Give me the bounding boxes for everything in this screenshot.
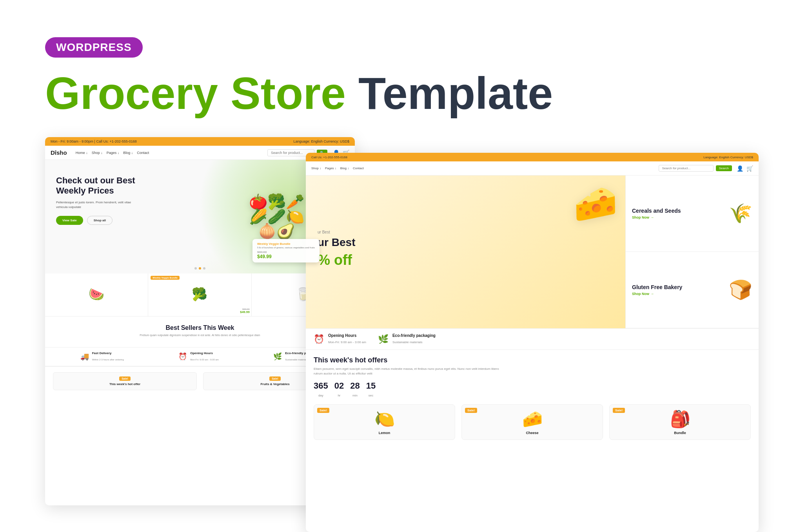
bakery-card[interactable]: Gluten Free Bakery Shop Now → 🍞 bbox=[626, 252, 759, 328]
hero-title: Check out our BestWeekly Prices bbox=[56, 176, 135, 196]
opening-hours-sub: Mon-Fri: 9.00 am - 9.00 am bbox=[190, 358, 219, 361]
r-feature-eco: 🌿 Eco-friendly packaging Sustainable mat… bbox=[378, 333, 436, 345]
veggies-new-price: $49.99 bbox=[240, 310, 249, 314]
eco-packaging-sub: Sustainable materials bbox=[285, 358, 307, 361]
dot-1[interactable] bbox=[194, 267, 197, 270]
cereals-card[interactable]: Cereals and Seeds Shop Now → 🌾 bbox=[626, 176, 759, 252]
bakery-emoji: 🍞 bbox=[729, 279, 752, 301]
main-heading: Grocery Store Template bbox=[45, 69, 553, 118]
left-topbar: Mon - Fri: 9:00am - 9:00pm | Call Us: +1… bbox=[45, 137, 355, 146]
view-sale-button[interactable]: View Sale bbox=[56, 216, 83, 225]
fast-delivery-sub: Within 2-3 hours after ordering bbox=[92, 358, 124, 361]
nav-contact[interactable]: Contact bbox=[137, 151, 149, 155]
r-product-1-title: Lemon bbox=[319, 431, 450, 435]
watermelon-emoji: 🍉 bbox=[89, 287, 104, 302]
r-nav-shop[interactable]: Shop ↓ bbox=[311, 166, 321, 170]
right-hero-area: ur Best ur Best % off 🧀 Cereals and Seed… bbox=[306, 176, 759, 328]
r-nav-pages[interactable]: Pages ↓ bbox=[325, 166, 336, 170]
right-topbar-right: Language: English Currency: USD$ bbox=[703, 156, 753, 159]
cereals-emoji: 🌾 bbox=[729, 203, 752, 224]
r-eco-sub: Sustainable materials bbox=[392, 340, 422, 344]
r-user-icon[interactable]: 👤 bbox=[737, 165, 743, 172]
dot-2[interactable] bbox=[199, 267, 201, 270]
heading-dark: Template bbox=[358, 68, 553, 118]
r-eco-title: Eco-friendly packaging bbox=[392, 333, 436, 338]
right-search: Search bbox=[659, 165, 732, 172]
r-product-2-emoji: 🧀 bbox=[467, 409, 598, 429]
price-old: $80.00 bbox=[257, 250, 315, 254]
best-sellers-title: Best Sellers This Week bbox=[53, 324, 347, 331]
veggies-badge: Weekly Veggie Bundle bbox=[151, 276, 180, 280]
countdown-hr: 02 hr bbox=[334, 381, 344, 398]
cereals-card-text: Cereals and Seeds Shop Now → bbox=[632, 208, 681, 220]
price-new: $49.99 bbox=[257, 254, 315, 259]
countdown-hr-num: 02 bbox=[334, 381, 344, 391]
bakery-shop-now[interactable]: Shop Now → bbox=[632, 292, 682, 296]
hot-offer-1[interactable]: Sale! This week's hot offer bbox=[53, 372, 197, 390]
opening-hours-icon: ⏰ bbox=[178, 352, 187, 361]
nav-pages[interactable]: Pages ↓ bbox=[107, 151, 120, 155]
nav-shop[interactable]: Shop ↓ bbox=[92, 151, 103, 155]
r-product-3-badge: Sale! bbox=[613, 408, 625, 413]
hot-offer-1-label: This week's hot offer bbox=[57, 382, 192, 386]
right-nav-links: Shop ↓ Pages ↓ Blog ↓ Contact bbox=[311, 166, 364, 170]
cheese-emoji: 🧀 bbox=[574, 183, 617, 224]
r-opening-sub: Mon-Fri: 9:00 am - 3:00 am bbox=[328, 340, 366, 344]
right-topbar-left: Call Us: +1-202-555-0168 bbox=[311, 156, 347, 159]
opening-hours-text: Opening Hours Mon-Fri: 9.00 am - 9.00 am bbox=[190, 351, 219, 362]
right-search-button[interactable]: Search bbox=[716, 165, 732, 171]
price-card: Weekly Veggie Bundle 5 lb of bunches of … bbox=[252, 239, 320, 262]
left-nav-links: Home ↓ Shop ↓ Pages ↓ Blog ↓ Contact bbox=[76, 151, 149, 155]
hero-buttons: View Sale Shop all bbox=[56, 216, 135, 225]
r-product-1[interactable]: Sale! 🍋 Lemon bbox=[314, 404, 455, 440]
shop-all-button[interactable]: Shop all bbox=[87, 216, 113, 225]
hero-dots bbox=[194, 267, 205, 270]
countdown-sec-label: sec bbox=[369, 394, 373, 397]
left-topbar-left: Mon - Fri: 9:00am - 9:00pm | Call Us: +1… bbox=[51, 139, 137, 143]
cereals-shop-now[interactable]: Shop Now → bbox=[632, 215, 681, 219]
r-product-2-title: Cheese bbox=[467, 431, 598, 435]
r-nav-blog[interactable]: Blog ↓ bbox=[340, 166, 349, 170]
right-nav: Shop ↓ Pages ↓ Blog ↓ Contact Search 👤 🛒 bbox=[306, 161, 759, 176]
r-opening-title: Opening Hours bbox=[328, 333, 366, 338]
right-nav-icons: 👤 🛒 bbox=[737, 165, 753, 172]
thumb-veggies[interactable]: Weekly Veggie Bundle 🥦 $60.00 $49.99 bbox=[148, 273, 251, 316]
r-product-1-badge: Sale! bbox=[317, 408, 329, 413]
hero-subtitle: Pellentesque et justo lorem. Proin hendr… bbox=[56, 200, 134, 210]
r-product-2[interactable]: Sale! 🧀 Cheese bbox=[461, 404, 603, 440]
nav-blog[interactable]: Blog ↓ bbox=[123, 151, 133, 155]
fast-delivery-icon: 🚚 bbox=[80, 352, 89, 361]
right-hero-main: ur Best ur Best % off 🧀 bbox=[306, 176, 625, 328]
countdown: 365 day 02 hr 28 min 15 sec bbox=[314, 381, 751, 398]
wordpress-badge: WORDPRESS bbox=[45, 37, 143, 58]
countdown-sec-num: 15 bbox=[366, 381, 376, 391]
right-search-input[interactable] bbox=[659, 165, 714, 172]
price-card-subtitle: 5 lb of bunches of greens, various veget… bbox=[257, 246, 315, 249]
fast-delivery-title: Fast Delivery bbox=[92, 351, 124, 355]
arrow-icon: → bbox=[650, 215, 654, 219]
right-hero-discount: % off bbox=[318, 252, 614, 268]
dot-3[interactable] bbox=[203, 267, 205, 270]
left-logo: Dîsho bbox=[51, 149, 67, 156]
heading-green: Grocery Store bbox=[45, 68, 346, 118]
hot-offer-1-badge: Sale! bbox=[119, 376, 131, 381]
right-topbar: Call Us: +1-202-555-0168 Language: Engli… bbox=[306, 153, 759, 161]
thumb-watermelon[interactable]: 🍉 bbox=[45, 273, 148, 316]
bakery-card-text: Gluten Free Bakery Shop Now → bbox=[632, 284, 682, 296]
r-cart-icon[interactable]: 🛒 bbox=[746, 165, 753, 172]
left-topbar-right: Language: English Currency: USD$ bbox=[293, 139, 349, 143]
r-feature-opening: ⏰ Opening Hours Mon-Fri: 9:00 am - 3:00 … bbox=[314, 333, 366, 345]
countdown-min-label: min bbox=[352, 394, 358, 397]
feature-opening-hours: ⏰ Opening Hours Mon-Fri: 9.00 am - 9.00 … bbox=[178, 351, 219, 362]
nav-home[interactable]: Home ↓ bbox=[76, 151, 88, 155]
right-hot-offers: This week's hot offers Etiam posuere, se… bbox=[306, 350, 759, 446]
bakery-arrow-icon: → bbox=[650, 292, 654, 296]
r-product-3-emoji: 🎒 bbox=[614, 409, 746, 429]
r-opening-text: Opening Hours Mon-Fri: 9:00 am - 3:00 am bbox=[328, 333, 366, 345]
r-product-3[interactable]: Sale! 🎒 Bundle bbox=[609, 404, 751, 440]
r-nav-contact[interactable]: Contact bbox=[353, 166, 364, 170]
r-product-2-badge: Sale! bbox=[465, 408, 477, 413]
countdown-hr-label: hr bbox=[338, 394, 340, 397]
veggies-prices: $60.00 $49.99 bbox=[240, 308, 249, 314]
r-eco-text: Eco-friendly packaging Sustainable mater… bbox=[392, 333, 436, 345]
